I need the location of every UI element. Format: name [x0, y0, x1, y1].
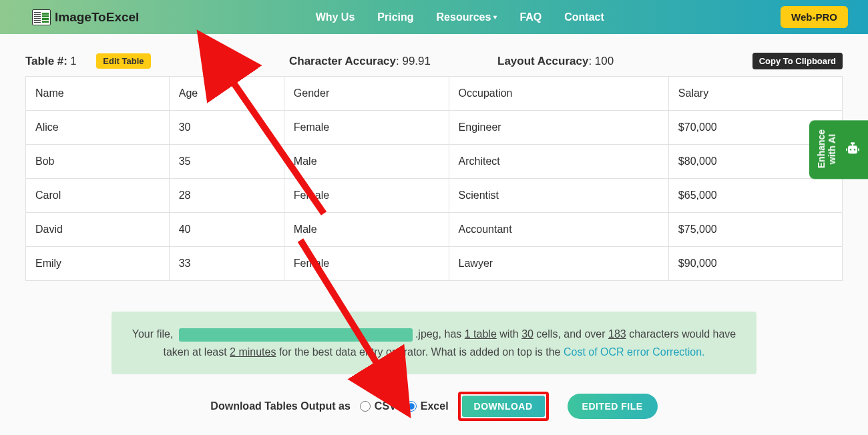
nav-contact[interactable]: Contact [564, 11, 604, 23]
download-row: Download Tables Output as CSV Excel DOWN… [0, 392, 868, 421]
enhance-label: Enhance with AI [816, 129, 837, 168]
table-header-cell: Occupation [449, 77, 668, 111]
csv-radio[interactable]: CSV [360, 400, 397, 412]
nav-faq[interactable]: FAQ [519, 11, 541, 23]
nav-why-us[interactable]: Why Us [316, 11, 355, 23]
data-table: NameAgeGenderOccupationSalaryAlice30Fema… [25, 76, 843, 281]
svg-rect-0 [848, 145, 857, 153]
table-cell: Female [284, 179, 449, 213]
table-header-cell: Age [169, 77, 284, 111]
table-cell: 40 [169, 213, 284, 247]
table-header-row: NameAgeGenderOccupationSalary [26, 77, 843, 111]
chevron-down-icon: ▾ [493, 13, 497, 21]
character-accuracy: Character Accuracy: 99.91 [289, 55, 431, 68]
layout-accuracy: Layout Accuracy: 100 [497, 55, 614, 68]
download-label: Download Tables Output as [210, 400, 351, 412]
nav-resources[interactable]: Resources▾ [437, 11, 497, 23]
table-cell: 35 [169, 145, 284, 179]
table-row: Alice30FemaleEngineer$70,000 [26, 111, 843, 145]
table-header-cell: Salary [668, 77, 842, 111]
table-cell: Female [284, 247, 449, 281]
web-pro-button[interactable]: Web-PRO [781, 6, 848, 28]
ocr-cost-link[interactable]: Cost of OCR error Correction. [564, 346, 705, 358]
logo-text: ImageToExcel [55, 10, 139, 25]
table-cell: Emily [26, 247, 170, 281]
logo[interactable]: ImageToExcel [32, 9, 139, 25]
table-cell: Engineer [449, 111, 668, 145]
svg-rect-1 [851, 142, 855, 144]
download-button[interactable]: DOWNLOAD [462, 396, 545, 417]
table-number: Table #: 1 [25, 55, 76, 68]
excel-radio[interactable]: Excel [406, 400, 449, 412]
logo-icon [32, 9, 51, 25]
redacted-filename [179, 328, 413, 342]
table-cell: David [26, 213, 170, 247]
table-cell: Scientist [449, 179, 668, 213]
copy-to-clipboard-button[interactable]: Copy To Clipboard [752, 53, 843, 69]
table-cell: 30 [169, 111, 284, 145]
table-cell: Architect [449, 145, 668, 179]
table-cell: 28 [169, 179, 284, 213]
table-row: David40MaleAccountant$75,000 [26, 213, 843, 247]
top-nav: ImageToExcel Why Us Pricing Resources▾ F… [0, 0, 868, 34]
table-header-cell: Name [26, 77, 170, 111]
table-cell: $75,000 [668, 213, 842, 247]
svg-rect-2 [852, 144, 853, 145]
svg-rect-5 [846, 148, 847, 151]
info-box: Your file, .jpeg, has 1 table with 30 ce… [112, 312, 756, 374]
table-cell: Male [284, 145, 449, 179]
table-cell: $90,000 [668, 247, 842, 281]
enhance-with-ai-tab[interactable]: Enhance with AI [809, 120, 868, 179]
table-row: Carol28FemaleScientist$65,000 [26, 179, 843, 213]
table-cell: Lawyer [449, 247, 668, 281]
table-cell: Carol [26, 179, 170, 213]
table-row: Emily33FemaleLawyer$90,000 [26, 247, 843, 281]
table-meta-row: Table #: 1 Edit Table Character Accuracy… [0, 34, 868, 76]
table-cell: Accountant [449, 213, 668, 247]
edited-file-button[interactable]: EDITED FILE [568, 394, 658, 419]
download-button-highlight: DOWNLOAD [458, 392, 549, 421]
table-cell: Bob [26, 145, 170, 179]
table-row: Bob35MaleArchitect$80,000 [26, 145, 843, 179]
table-cell: Male [284, 213, 449, 247]
svg-rect-6 [858, 148, 859, 151]
table-header-cell: Gender [284, 77, 449, 111]
table-cell: $65,000 [668, 179, 842, 213]
table-cell: Alice [26, 111, 170, 145]
nav-pricing[interactable]: Pricing [377, 11, 413, 23]
edit-table-button[interactable]: Edit Table [96, 53, 150, 69]
robot-icon [844, 140, 861, 157]
table-cell: Female [284, 111, 449, 145]
table-cell: 33 [169, 247, 284, 281]
